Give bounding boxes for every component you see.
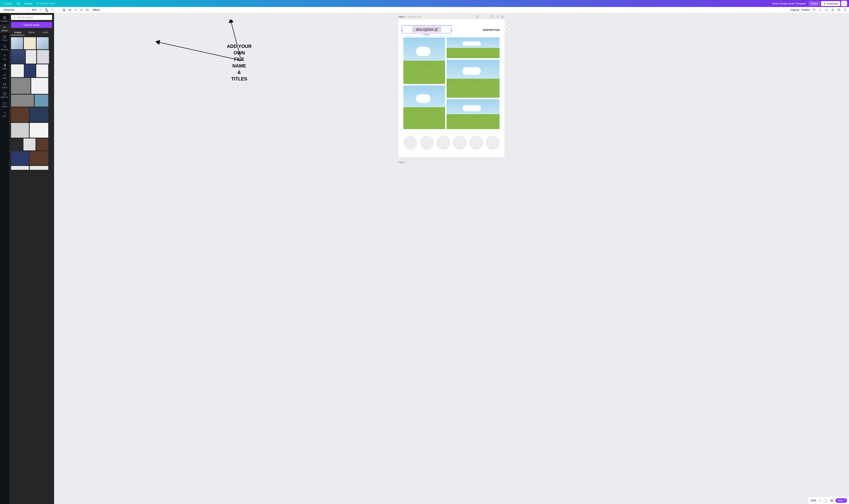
page-duplicate-button[interactable] [491, 15, 494, 18]
upload-thumb[interactable] [11, 107, 29, 122]
copy-style-button[interactable] [812, 8, 816, 12]
ungroup-button[interactable]: Ungroup [790, 8, 799, 11]
selected-text-group[interactable]: description of ROOM ⟳ [402, 25, 451, 36]
upload-media-button[interactable]: Upload media [11, 22, 52, 28]
font-size-input[interactable] [30, 8, 38, 11]
upload-thumb[interactable] [31, 78, 48, 94]
transparency-button[interactable] [818, 8, 822, 12]
nav-audio[interactable]: Audio [0, 72, 9, 80]
color-swatch-placeholder[interactable] [420, 136, 434, 150]
upload-thumb[interactable] [26, 50, 36, 64]
resize-menu[interactable]: Resize [23, 1, 34, 6]
image-placeholder[interactable] [447, 37, 500, 58]
inspiration-label[interactable]: INSPIRATION [483, 29, 500, 31]
nav-more[interactable]: More [0, 110, 9, 118]
tab-audio[interactable]: Audio [38, 30, 52, 35]
help-button[interactable]: Help ? [835, 498, 847, 503]
canvas-page-1[interactable]: description of ROOM ⟳ INSPIRATION [399, 19, 505, 157]
upload-thumb[interactable] [11, 95, 34, 107]
duplicate-button[interactable] [837, 8, 841, 12]
font-family-select[interactable]: Nickainley [2, 8, 23, 12]
image-placeholder[interactable] [447, 60, 500, 98]
nav-templates-label: Templates [1, 20, 8, 22]
upload-thumb[interactable] [24, 37, 36, 49]
upload-thumb[interactable] [11, 64, 24, 77]
upload-thumb[interactable] [11, 78, 31, 94]
italic-button[interactable]: I [56, 8, 60, 12]
nav-elements[interactable]: Elements [0, 43, 9, 52]
nav-photos[interactable]: Photos [0, 34, 9, 42]
text-case-button[interactable]: aA [68, 8, 72, 12]
upload-thumb[interactable] [37, 50, 49, 64]
upload-thumb[interactable] [11, 123, 29, 138]
text-color-button[interactable] [44, 8, 49, 12]
upload-thumb[interactable] [11, 37, 23, 49]
page-count-button[interactable]: 7 [818, 498, 822, 503]
upload-thumb[interactable] [30, 166, 48, 170]
upload-thumb[interactable] [11, 139, 23, 150]
upload-thumb[interactable] [24, 64, 35, 77]
color-swatch-placeholder[interactable] [486, 136, 500, 150]
nav-folders[interactable]: Folders [0, 101, 9, 109]
tab-videos[interactable]: Videos [25, 30, 39, 35]
nav-templates[interactable]: Templates [0, 15, 9, 23]
page-down-button[interactable] [486, 15, 489, 18]
link-button[interactable] [825, 8, 828, 12]
spacing-button[interactable] [85, 8, 89, 12]
download-button[interactable]: Download [821, 1, 840, 6]
image-placeholder[interactable] [403, 86, 445, 129]
effects-button[interactable]: Effects [91, 8, 101, 12]
upload-thumb[interactable] [23, 139, 35, 150]
color-swatch-placeholder[interactable] [403, 136, 417, 150]
delete-button[interactable] [843, 8, 847, 12]
nav-videos[interactable]: Videos [0, 82, 9, 90]
refresh-button[interactable] [505, 27, 509, 32]
underline-button[interactable]: U [62, 8, 66, 12]
image-placeholder[interactable] [403, 37, 445, 84]
home-button[interactable]: Home [2, 2, 12, 5]
fullscreen-button[interactable] [824, 498, 828, 503]
nav-uploads[interactable]: Uploads [0, 24, 9, 33]
upload-thumb[interactable] [30, 107, 48, 122]
lock-button[interactable] [831, 8, 835, 12]
upload-thumb[interactable] [37, 37, 49, 49]
font-size-decrease[interactable]: − [25, 8, 30, 12]
nav-text[interactable]: Text [0, 53, 9, 61]
bold-button[interactable]: B [50, 8, 54, 12]
description-text[interactable]: description of [412, 26, 441, 32]
align-button[interactable] [74, 8, 77, 12]
upload-thumb[interactable] [11, 50, 25, 64]
color-swatch-placeholder[interactable] [436, 136, 450, 150]
share-button[interactable]: Share [809, 1, 820, 6]
inner-handle-right[interactable] [450, 29, 452, 30]
page-title-input[interactable]: Add page title [408, 16, 421, 18]
inner-handle-left[interactable] [401, 29, 403, 30]
tab-images[interactable]: Images [11, 30, 25, 35]
page-notes-button[interactable] [476, 15, 480, 18]
page-delete-button[interactable] [496, 15, 500, 18]
grid-view-button[interactable] [830, 498, 834, 503]
page-add-button[interactable] [501, 15, 505, 18]
nav-styles[interactable]: Styles [0, 62, 9, 71]
color-swatch-placeholder[interactable] [453, 136, 467, 150]
upload-thumb[interactable] [35, 95, 48, 107]
upload-thumb[interactable] [11, 166, 29, 170]
upload-thumb[interactable] [36, 64, 48, 77]
font-size-increase[interactable]: + [38, 8, 42, 12]
more-button[interactable] [841, 1, 847, 6]
color-swatch-placeholder[interactable] [469, 136, 483, 150]
room-text[interactable]: ROOM [402, 33, 451, 36]
position-button[interactable]: Position [801, 8, 810, 11]
upload-thumb[interactable] [36, 139, 48, 150]
upload-thumb[interactable] [30, 123, 48, 138]
upload-thumb[interactable] [11, 151, 29, 165]
document-title[interactable]: Room Design Board Template [772, 2, 806, 5]
zoom-level[interactable]: 104% [810, 499, 816, 502]
image-placeholder[interactable] [447, 99, 500, 129]
search-uploads-input[interactable]: Search uploads [11, 15, 52, 20]
file-menu[interactable]: File [15, 1, 23, 6]
nav-background[interactable]: Bkground [0, 91, 9, 99]
list-button[interactable] [79, 8, 83, 12]
upload-thumb[interactable] [30, 151, 48, 165]
page-up-button[interactable] [481, 15, 484, 18]
